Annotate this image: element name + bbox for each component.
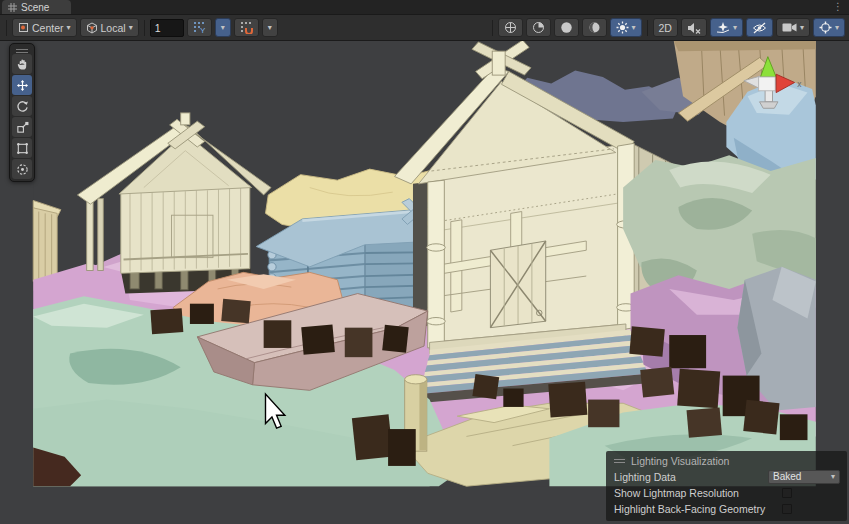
show-lightmap-label: Show Lightmap Resolution <box>614 487 768 499</box>
gizmos-toggle-button[interactable]: ▾ <box>813 18 845 37</box>
gizmo-center-cube[interactable] <box>759 77 776 91</box>
tab-menu-icon[interactable]: ⋮ <box>833 0 843 14</box>
scene-toolbar: Center ▾ Local ▾ Y <box>0 15 849 41</box>
rotate-icon <box>16 100 29 113</box>
shading-mode-wireframe-button[interactable] <box>526 18 551 37</box>
chevron-down-icon: ▾ <box>835 24 839 32</box>
hand-icon <box>16 58 29 71</box>
chevron-down-icon: ▾ <box>831 473 835 481</box>
rect-tool-button[interactable] <box>12 138 32 158</box>
sphere-crescent-icon <box>588 21 601 34</box>
tab-bar: Scene ⋮ <box>0 0 849 15</box>
snap-magnet-icon <box>240 21 253 34</box>
toggle-effects-button[interactable]: ▾ <box>710 18 743 37</box>
scale-icon <box>16 121 29 134</box>
separator <box>144 20 145 36</box>
tools-overlay <box>9 43 35 182</box>
shading-mode-solid-button[interactable] <box>554 18 579 37</box>
separator <box>6 20 7 36</box>
toggle-audio-button[interactable] <box>681 18 707 37</box>
scene-viewport[interactable]: x <box>0 41 849 524</box>
pivot-icon <box>18 22 29 33</box>
lighting-data-value: Baked <box>773 471 801 482</box>
transform-tool-button[interactable] <box>12 159 32 179</box>
shading-mode-shaded-button[interactable] <box>498 18 523 37</box>
svg-text:Y: Y <box>200 26 206 34</box>
lighting-visualization-panel: Lighting Visualization Lighting Data Bak… <box>606 451 847 521</box>
grid-axis-y-icon: Y <box>193 21 206 34</box>
chevron-down-icon: ▾ <box>733 24 737 32</box>
cube-icon <box>86 22 98 34</box>
grid-visibility-button[interactable]: Y <box>187 18 212 37</box>
separator <box>492 20 493 36</box>
move-icon <box>16 79 29 92</box>
show-lightmap-checkbox[interactable] <box>782 488 792 498</box>
tab-title: Scene <box>21 2 49 13</box>
sphere-filled-icon <box>560 21 573 34</box>
chevron-down-icon: ▾ <box>221 24 225 32</box>
toggle-hidden-objects-button[interactable] <box>746 18 773 37</box>
sphere-quarter-icon <box>532 21 545 34</box>
tools-drag-handle[interactable] <box>12 46 32 53</box>
pivot-mode-label: Center <box>32 22 64 34</box>
chevron-down-icon: ▾ <box>67 24 71 32</box>
shading-mode-shadows-button[interactable] <box>582 18 607 37</box>
chevron-down-icon: ▾ <box>129 24 133 32</box>
lighting-data-dropdown[interactable]: Baked ▾ <box>768 470 840 484</box>
sun-icon <box>616 21 629 34</box>
highlight-backfacing-row: Highlight Back-Facing Geometry <box>614 501 840 516</box>
separator <box>647 20 648 36</box>
toggle-2d-button[interactable]: 2D <box>653 18 678 37</box>
sphere-wire-icon <box>504 21 517 34</box>
house-shadow-strip <box>413 182 428 328</box>
toggle-2d-label: 2D <box>659 22 672 34</box>
grid-visibility-dropdown[interactable]: ▾ <box>215 18 231 37</box>
rotate-tool-button[interactable] <box>12 96 32 116</box>
eye-slash-icon <box>752 22 767 34</box>
lighting-data-label: Lighting Data <box>614 471 768 483</box>
highlight-backfacing-checkbox[interactable] <box>782 504 792 514</box>
gizmos-sphere-icon <box>819 21 832 34</box>
grid-tab-icon <box>8 3 17 12</box>
camera-icon <box>782 22 797 33</box>
snap-settings-button[interactable] <box>234 18 259 37</box>
panel-title: Lighting Visualization <box>631 455 729 467</box>
pan-tool-button[interactable] <box>12 54 32 74</box>
scale-tool-button[interactable] <box>12 117 32 137</box>
effects-sparkle-icon <box>716 22 730 34</box>
chevron-down-icon: ▾ <box>268 24 272 32</box>
lighting-data-row: Lighting Data Baked ▾ <box>614 469 840 484</box>
show-lightmap-row: Show Lightmap Resolution <box>614 485 840 500</box>
chevron-down-icon: ▾ <box>632 24 636 32</box>
rect-icon <box>16 142 29 155</box>
transform-icon <box>16 163 29 176</box>
draw-mode-lighting-button[interactable]: ▾ <box>610 18 642 37</box>
orientation-mode-button[interactable]: Local ▾ <box>80 18 139 37</box>
tab-scene[interactable]: Scene <box>2 0 71 14</box>
chevron-down-icon: ▾ <box>800 24 804 32</box>
move-tool-button[interactable] <box>12 75 32 95</box>
highlight-backfacing-label: Highlight Back-Facing Geometry <box>614 503 768 515</box>
scene-view-window: Scene ⋮ Center ▾ Local ▾ <box>0 0 849 524</box>
snap-settings-dropdown[interactable]: ▾ <box>262 18 278 37</box>
audio-muted-icon <box>687 22 701 34</box>
pivot-mode-button[interactable]: Center ▾ <box>12 18 77 37</box>
orientation-mode-label: Local <box>101 22 126 34</box>
camera-settings-button[interactable]: ▾ <box>776 18 810 37</box>
grid-size-input[interactable] <box>150 19 184 37</box>
panel-drag-handle-icon[interactable] <box>614 459 625 460</box>
